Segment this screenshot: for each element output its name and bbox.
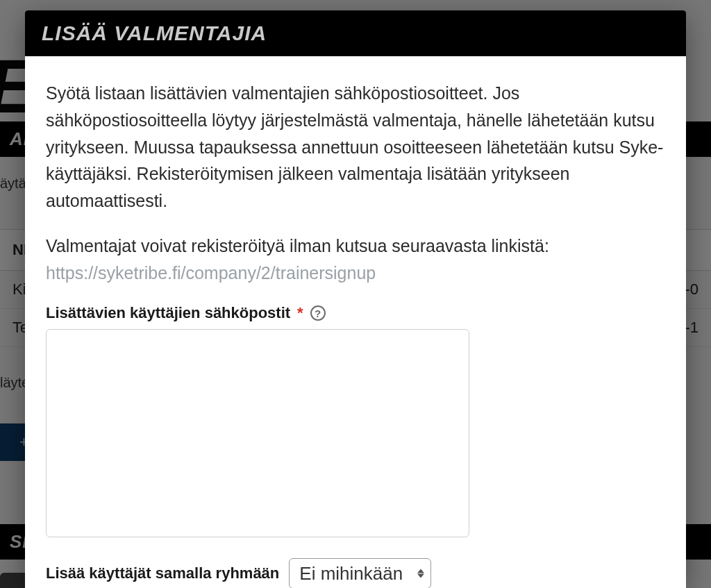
emails-label: Lisättävien käyttäjien sähköpostit [46, 304, 290, 322]
emails-field: Lisättävien käyttäjien sähköpostit * ? [46, 304, 665, 540]
modal-body: Syötä listaan lisättävien valmentajien s… [25, 56, 686, 588]
help-icon[interactable]: ? [310, 305, 326, 321]
required-asterisk: * [297, 304, 303, 322]
intro-paragraph-2: Valmentajat voivat rekisteröityä ilman k… [46, 233, 665, 287]
signup-lead-text: Valmentajat voivat rekisteröityä ilman k… [46, 236, 549, 255]
group-field: Lisää käyttäjät samalla ryhmään Ei mihin… [46, 558, 665, 588]
modal-title: LISÄÄ VALMENTAJIA [42, 22, 669, 45]
group-select[interactable]: Ei mihinkään [289, 558, 431, 588]
modal-header: LISÄÄ VALMENTAJIA [25, 10, 686, 56]
signup-link[interactable]: https://syketribe.fi/company/2/trainersi… [46, 263, 376, 283]
add-trainers-modal: LISÄÄ VALMENTAJIA Syötä listaan lisättäv… [25, 10, 686, 588]
group-select-wrap: Ei mihinkään [289, 558, 431, 588]
group-label: Lisää käyttäjät samalla ryhmään [46, 564, 279, 582]
emails-label-row: Lisättävien käyttäjien sähköpostit * ? [46, 304, 665, 322]
emails-textarea[interactable] [46, 329, 469, 537]
intro-paragraph-1: Syötä listaan lisättävien valmentajien s… [46, 80, 665, 215]
